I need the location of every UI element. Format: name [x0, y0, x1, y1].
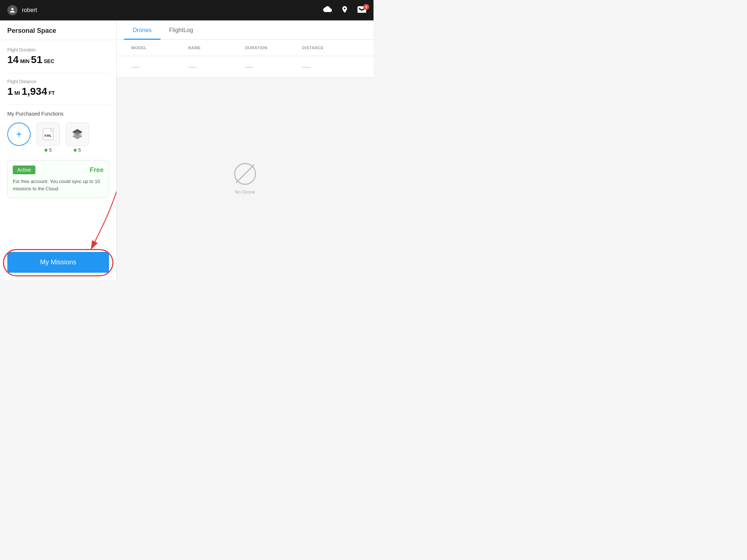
flight-duration-section: Flight Duration 14MIN 51SEC [7, 47, 109, 66]
table-row: —– —– —– —– [117, 56, 374, 77]
add-function-button[interactable]: + [7, 122, 31, 146]
header-left: robert [7, 5, 37, 15]
my-missions-button[interactable]: My Missions [7, 252, 109, 273]
header-right: 2 [323, 5, 366, 15]
sidebar-content: Flight Duration 14MIN 51SEC Flight Dista… [0, 40, 116, 246]
col-model: MODEL [131, 46, 188, 50]
username-label: robert [22, 7, 37, 13]
plan-description: For free account. You could sync up to 1… [13, 178, 104, 192]
no-drone-text: No Drone [235, 189, 255, 195]
cell-duration: —– [245, 63, 302, 70]
col-distance: DISTANCE [302, 46, 359, 50]
location-icon[interactable] [341, 5, 349, 15]
flight-distance-value: 1MI 1,934FT [7, 86, 109, 97]
flight-distance-label: Flight Distance [7, 79, 109, 84]
svg-text:KML: KML [44, 134, 52, 137]
divider-1 [7, 73, 109, 73]
sidebar-footer: My Missions [0, 246, 116, 280]
active-badge: Active [13, 166, 35, 174]
layers-icon-box[interactable] [66, 122, 89, 146]
main-layout: Personal Space Flight Duration 14MIN 51S… [0, 20, 374, 280]
mi-unit: MI [15, 90, 20, 96]
purchased-functions-title: My Purchased Functions [7, 111, 109, 117]
mail-icon[interactable]: 2 [357, 6, 366, 15]
tab-bar: Drones FlightLog [117, 20, 374, 40]
plan-card: Active Free For free account. You could … [7, 160, 109, 198]
divider-2 [7, 105, 109, 105]
app-header: robert 2 [0, 0, 374, 20]
sec-unit: SEC [44, 58, 54, 64]
content-area: Drones FlightLog MODEL NAME DURATION DIS… [117, 20, 374, 280]
cell-model: —– [131, 63, 188, 70]
cloud-icon[interactable] [323, 6, 332, 15]
layers-dot [74, 149, 77, 152]
free-label: Free [90, 166, 104, 174]
flight-duration-value: 14MIN 51SEC [7, 54, 109, 66]
layers-count: 5 [74, 147, 81, 153]
col-name: NAME [188, 46, 245, 50]
table-area: MODEL NAME DURATION DISTANCE —– —– —– —–… [117, 40, 374, 280]
user-avatar [7, 5, 18, 15]
ft-unit: FT [49, 90, 55, 96]
plan-header: Active Free [13, 166, 104, 174]
sidebar-title: Personal Space [0, 20, 116, 40]
kml-count: 5 [44, 147, 51, 153]
mail-badge: 2 [363, 4, 369, 10]
cell-distance: —– [302, 63, 359, 70]
tab-flightlog[interactable]: FlightLog [160, 20, 202, 40]
flight-duration-label: Flight Duration [7, 47, 109, 52]
duration-seconds: 51 [31, 54, 42, 66]
duration-minutes: 14 [7, 54, 19, 66]
min-unit: MIN [20, 58, 30, 64]
table-header: MODEL NAME DURATION DISTANCE [117, 40, 374, 56]
plus-icon: + [16, 129, 22, 139]
sidebar: Personal Space Flight Duration 14MIN 51S… [0, 20, 117, 280]
tab-drones[interactable]: Drones [124, 20, 160, 40]
flight-distance-section: Flight Distance 1MI 1,934FT [7, 79, 109, 97]
cell-name: —– [188, 63, 245, 70]
kml-function: KML 5 [36, 122, 60, 153]
functions-row: + KML 5 [7, 122, 109, 153]
distance-miles: 1 [7, 86, 13, 97]
kml-icon[interactable]: KML [36, 122, 60, 146]
no-drone-icon [234, 163, 256, 185]
col-duration: DURATION [245, 46, 302, 50]
empty-state: No Drone [117, 77, 374, 280]
layers-function: 5 [66, 122, 89, 153]
distance-feet: 1,934 [22, 86, 47, 97]
kml-dot [44, 149, 47, 152]
